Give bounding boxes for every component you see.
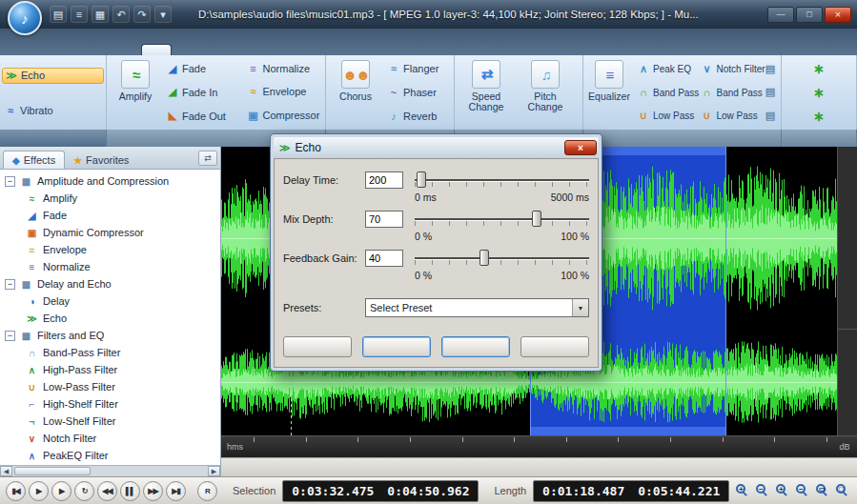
tree-item[interactable]: ◢ Fade [0,207,220,224]
scrollbar-thumb[interactable] [14,467,91,475]
filter-tool-icon: ▤ [764,110,777,122]
ribbon-button[interactable]: ◣Fade Out [164,109,243,123]
tree-item[interactable]: − ▦ Amplitude and Compression [0,172,220,190]
ribbon-button[interactable]: ≈Vibrato [2,104,104,117]
ribbon-button[interactable]: ◢Fade [164,62,243,76]
low-shelf-filter-icon: ¬ [25,416,39,427]
flanger-icon: ≈ [387,63,400,74]
ribbon-button[interactable]: ≈Flanger [385,62,452,75]
ribbon-button[interactable]: ∩Band Pass [635,86,697,99]
echo-icon: ≫ [5,70,18,82]
ribbon-button[interactable]: ♫Pitch Change [516,57,575,128]
menu-tab[interactable] [229,45,257,55]
ribbon-icon-button[interactable]: ∗ [784,60,854,77]
ribbon-icon-button[interactable]: ∗ [784,84,854,101]
tree-twisty-icon[interactable]: − [5,176,15,187]
ribbon-button[interactable]: ≡Equalizer [585,57,633,128]
tree-twisty-icon[interactable]: − [5,279,15,290]
panel-tab[interactable]: ◆Effects [3,151,65,169]
tree-item[interactable]: ∨ Notch Filter [0,430,220,447]
slider-thumb[interactable] [480,250,489,266]
dialog-button[interactable] [283,336,352,357]
dropdown-arrow-icon[interactable]: ▼ [572,299,588,316]
tree-item[interactable]: ≈ Amplify [0,190,220,207]
field-slider[interactable] [415,249,589,268]
category-icon: ▦ [19,331,33,341]
tree-item[interactable]: ∩ Band-Pass Filter [0,344,220,361]
ribbon-button[interactable]: ∧Peak EQ [635,62,697,76]
slider-max-label: 100 % [561,231,589,242]
tree-item[interactable]: ¬ Low-Shelf Filter [0,413,220,430]
app-logo[interactable]: ♪ [8,1,42,35]
ribbon-button[interactable]: ≈Envelope [245,85,324,98]
tree-item[interactable]: ∪ Low-Pass Filter [0,378,220,395]
peak-eq-icon: ∧ [637,63,650,75]
menu-tab[interactable] [55,45,84,55]
ribbon-icon-button[interactable]: ▤ [762,62,779,76]
ribbon-group-chorus: ☻☻Chorus ≈Flanger~Phaser♪Reverb [326,55,455,130]
tree-item[interactable]: ≡ Normalize [0,258,220,275]
menu-tab[interactable] [200,45,229,55]
scroll-right-icon[interactable]: ▶ [208,466,220,476]
tree-item[interactable]: − ▦ Filters and EQ [0,327,220,344]
menu-tab[interactable] [257,45,286,55]
menu-tab[interactable] [172,45,200,55]
ribbon-group-filter-eq: ≡Equalizer ∧Peak EQ∩Band Pass∪Low Pass ∨… [583,55,782,130]
tree-item[interactable]: ◑ Delay [0,292,220,310]
ribbon-button[interactable]: ◢Fade In [164,85,243,99]
low-pass-icon: ∪ [637,110,650,122]
tree-item[interactable]: − ▦ Delay and Echo [0,275,220,292]
tree-item[interactable]: ∧ PeakEQ Filter [0,447,220,464]
equalizer-icon: ≡ [606,67,613,83]
dialog-button[interactable] [441,336,510,357]
field-slider[interactable] [415,210,589,229]
presets-dropdown[interactable]: Select Preset ▼ [365,298,589,317]
dialog-title-bar[interactable]: ≫ Echo × [274,137,599,158]
ribbon-icon-button[interactable]: ∗ [784,108,854,125]
ribbon-button[interactable]: ▣Compressor [245,109,324,123]
field-slider[interactable] [415,171,589,190]
tree-twisty-icon[interactable]: − [5,331,15,341]
panel-tab[interactable]: ★Favorites [65,151,137,169]
slider-thumb[interactable] [417,171,426,188]
field-input[interactable] [365,250,403,267]
menu-tab[interactable] [112,45,141,55]
tree-item[interactable]: ⌐ High-Shelf Filter [0,395,220,413]
ribbon-button[interactable]: ∨Notch Filter [699,62,761,76]
menu-tab[interactable] [141,44,172,55]
ribbon-button[interactable]: ∪Low Pass [635,109,697,123]
tree-item[interactable]: ≈ Envelope [0,241,220,258]
slider-thumb[interactable] [532,211,541,227]
notch-filter-icon: ∨ [701,63,714,75]
timeline-ruler[interactable]: hms dB [221,435,857,457]
ribbon-button[interactable]: ≡Normalize [245,62,324,75]
ribbon-button[interactable]: ⇄Speed Change [457,57,516,128]
dialog-button[interactable] [362,336,431,357]
field-input[interactable] [365,211,403,228]
dialog-button[interactable] [520,336,589,357]
ribbon-button[interactable]: ☻☻Chorus [328,57,383,128]
ribbon-button[interactable]: ≫Echo [2,68,104,84]
ribbon-button[interactable]: ∩Band Pass [699,86,761,99]
ribbon-button[interactable]: ♪Reverb [385,110,452,123]
tree-scrollbar[interactable]: ◀ ▶ [0,465,220,476]
scroll-left-icon[interactable]: ◀ [0,466,12,476]
ribbon-button[interactable]: ≈Amplify [109,57,162,128]
dialog-close-button[interactable]: × [564,140,597,155]
high-shelf-filter-icon: ⌐ [25,399,39,410]
tree-item-label: High-Shelf Filter [43,398,118,410]
menu-tab[interactable] [84,45,112,55]
phaser-icon: ~ [387,87,400,98]
extend-effect-icon: ∗ [812,85,826,100]
tree-item-label: Delay [43,295,70,307]
ribbon-button[interactable]: ∪Low Pass [699,109,761,123]
tree-item[interactable]: ≫ Echo [0,310,220,327]
ribbon-icon-button[interactable]: ▤ [762,109,779,123]
ribbon-button[interactable]: ~Phaser [385,86,452,99]
panel-arrows-icon[interactable]: ⇄ [198,151,217,166]
field-input[interactable] [365,171,403,189]
tree-item[interactable]: ∧ High-Pass Filter [0,361,220,378]
tree-item-label: Band-Pass Filter [43,347,120,358]
tree-item[interactable]: ▣ Dynamic Compressor [0,224,220,241]
ribbon-icon-button[interactable]: ▤ [762,85,779,99]
